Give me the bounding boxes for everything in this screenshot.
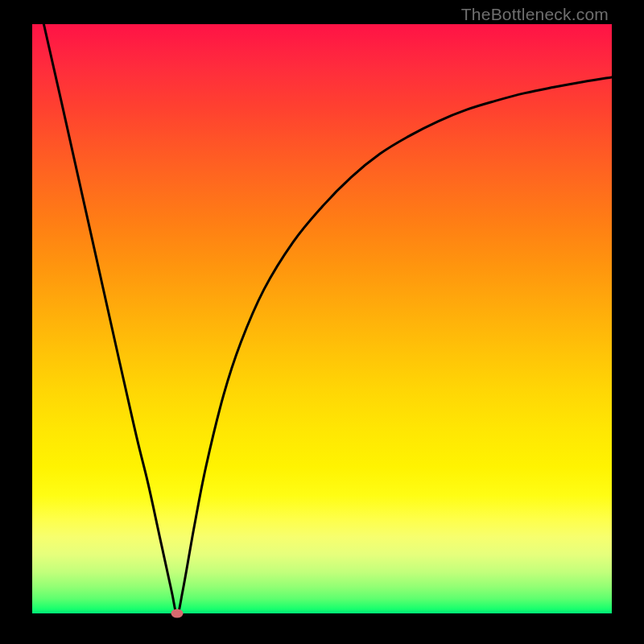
watermark-text: TheBottleneck.com: [461, 5, 609, 24]
chart-frame: TheBottleneck.com: [0, 0, 644, 644]
curve-svg: [32, 24, 612, 613]
optimal-point-marker: [171, 609, 184, 618]
bottleneck-curve-line: [43, 24, 612, 613]
plot-area: [32, 24, 612, 613]
